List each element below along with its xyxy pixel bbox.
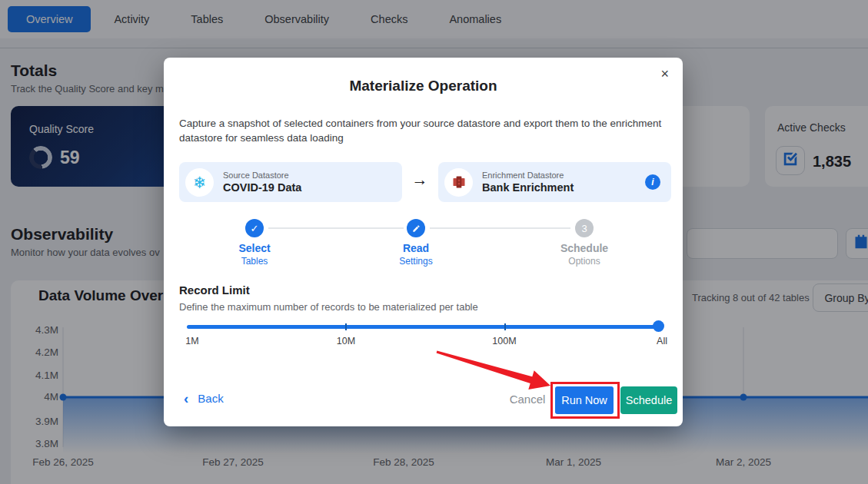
page: Overview Activity Tables Observability C… bbox=[0, 0, 868, 484]
step-1-check-icon: ✓ bbox=[245, 219, 264, 237]
info-icon[interactable]: i bbox=[645, 174, 660, 190]
snowflake-icon: ❄ bbox=[185, 168, 214, 197]
slider-label-all: All bbox=[639, 336, 685, 346]
record-limit-description: Define the maximum number of records to … bbox=[179, 301, 478, 313]
record-limit-slider-thumb[interactable] bbox=[653, 320, 664, 332]
step-1-label[interactable]: Select Tables bbox=[201, 242, 308, 267]
slider-tick-10m bbox=[345, 323, 347, 330]
step-connector bbox=[268, 227, 404, 229]
step-3-number: 3 bbox=[575, 219, 594, 237]
step-2-label[interactable]: Read Settings bbox=[362, 242, 470, 267]
slider-label-100m: 100M bbox=[481, 336, 527, 346]
step-3-label[interactable]: Schedule Options bbox=[530, 242, 638, 267]
run-now-button[interactable]: Run Now bbox=[555, 386, 614, 414]
source-datastore-label: Source Datastore bbox=[223, 171, 301, 180]
chevron-left-icon: ‹ bbox=[184, 391, 188, 406]
step-2-pencil-icon bbox=[407, 219, 425, 237]
slider-tick-100m bbox=[504, 323, 506, 330]
arrow-right-icon: → bbox=[408, 171, 431, 189]
modal-description: Capture a snapshot of selected container… bbox=[179, 116, 662, 145]
step-connector bbox=[430, 227, 570, 229]
source-datastore-card: ❄ Source Datastore COVID-19 Data bbox=[179, 162, 402, 202]
materialize-operation-modal: × Materialize Operation Capture a snapsh… bbox=[164, 58, 683, 426]
record-limit-slider-track[interactable] bbox=[187, 325, 663, 329]
enrichment-datastore-icon bbox=[444, 168, 473, 197]
record-limit-title: Record Limit bbox=[179, 283, 250, 297]
source-datastore-name: COVID-19 Data bbox=[223, 181, 301, 194]
schedule-button[interactable]: Schedule bbox=[620, 386, 677, 414]
cancel-button[interactable]: Cancel bbox=[497, 393, 558, 406]
enrichment-datastore-card: Enrichment Datastore Bank Enrichment i bbox=[438, 162, 671, 202]
enrichment-datastore-name: Bank Enrichment bbox=[482, 181, 574, 194]
modal-title: Materialize Operation bbox=[164, 78, 683, 94]
back-button[interactable]: ‹ Back bbox=[184, 391, 224, 406]
slider-label-1m: 1M bbox=[169, 336, 215, 346]
slider-label-10m: 10M bbox=[323, 336, 369, 346]
enrichment-datastore-label: Enrichment Datastore bbox=[482, 171, 574, 180]
